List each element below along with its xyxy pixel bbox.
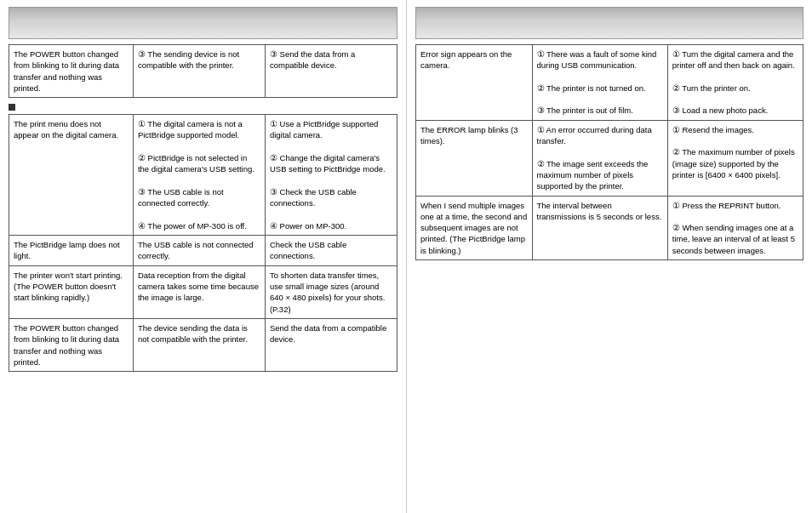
cell-action: ① Press the REPRINT button. ② When sendi… [667, 196, 803, 259]
cell-cause: ③ The sending device is not compatible w… [133, 45, 265, 98]
cell-action: ③ Send the data from a compatible device… [265, 45, 397, 98]
table-row: Error sign appears on the camera. ① Ther… [416, 45, 803, 121]
right-header-image [415, 7, 803, 39]
cell-symptom: The print menu does not appear on the di… [9, 115, 134, 236]
section-marker [9, 101, 397, 111]
cell-symptom: The PictBridge lamp does not light. [9, 236, 134, 266]
bullet-icon [9, 104, 15, 111]
cell-action: To shorten data transfer times, use smal… [265, 265, 397, 318]
cell-action: Send the data from a compatible device. [265, 318, 397, 371]
table-row: The POWER button changed from blinking t… [9, 45, 397, 98]
cell-cause: The device sending the data is not compa… [133, 318, 265, 371]
right-column: Error sign appears on the camera. ① Ther… [406, 0, 812, 513]
cell-action: ① Use a PictBridge supported digital cam… [265, 115, 397, 236]
table-row: The POWER button changed from blinking t… [9, 318, 397, 371]
cell-cause: ① The digital camera is not a PictBridge… [133, 115, 265, 236]
cell-symptom: The printer won't start printing. (The P… [9, 265, 134, 318]
left-column: The POWER button changed from blinking t… [0, 0, 406, 513]
table-row: The ERROR lamp blinks (3 times). ① An er… [416, 120, 803, 196]
cell-cause: Data reception from the digital camera t… [133, 265, 265, 318]
cell-symptom: When I send multiple images one at a tim… [416, 196, 533, 259]
table-row: The print menu does not appear on the di… [9, 115, 397, 236]
table-row: The printer won't start printing. (The P… [9, 265, 397, 318]
table-row: When I send multiple images one at a tim… [416, 196, 803, 259]
cell-action: Check the USB cable connections. [265, 236, 397, 266]
cell-cause: The interval between transmissions is 5 … [532, 196, 667, 259]
cell-action: ① Turn the digital camera and the printe… [667, 45, 803, 121]
right-table-1: Error sign appears on the camera. ① Ther… [415, 44, 803, 260]
cell-symptom: The POWER button changed from blinking t… [9, 45, 134, 98]
cell-cause: The USB cable is not connected correctly… [133, 236, 265, 266]
cell-cause: ① There was a fault of some kind during … [532, 45, 667, 121]
cell-symptom: Error sign appears on the camera. [416, 45, 533, 121]
cell-symptom: The ERROR lamp blinks (3 times). [416, 120, 533, 196]
left-header-image [9, 7, 397, 39]
left-table-2: The print menu does not appear on the di… [9, 114, 397, 372]
cell-symptom: The POWER button changed from blinking t… [9, 318, 134, 371]
cell-action: ① Resend the images. ② The maximum numbe… [667, 120, 803, 196]
left-table-1: The POWER button changed from blinking t… [9, 44, 397, 98]
table-row: The PictBridge lamp does not light. The … [9, 236, 397, 266]
cell-cause: ① An error occurred during data transfer… [532, 120, 667, 196]
